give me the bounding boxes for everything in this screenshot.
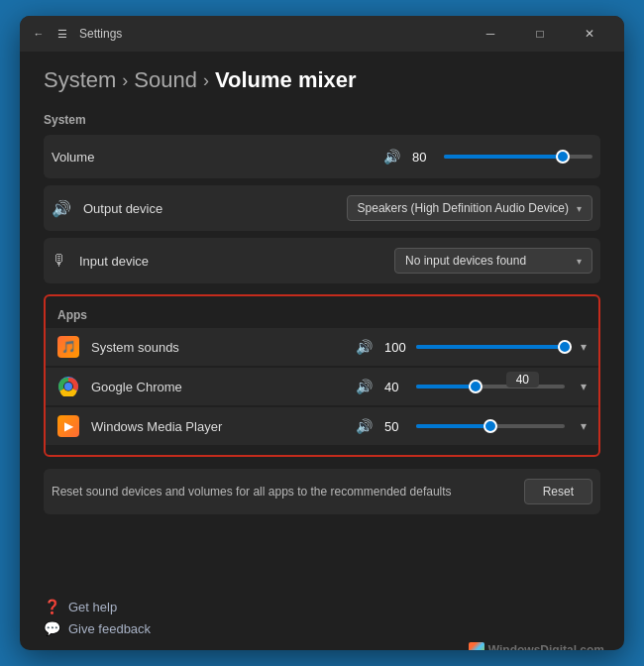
get-help-link[interactable]: ❓ Get help [44, 597, 600, 616]
reset-button[interactable]: Reset [524, 479, 592, 504]
system-sounds-volume-control: 🔊 100 ▾ [356, 339, 587, 355]
volume-control: 🔊 80 [383, 149, 592, 165]
title-bar-left: ← ☰ Settings [32, 27, 468, 41]
feedback-icon: 💬 [44, 620, 60, 636]
input-device-dropdown[interactable]: No input devices found ▾ [394, 248, 592, 274]
wmp-slider-fill [416, 424, 490, 428]
volume-slider[interactable] [444, 155, 592, 159]
chrome-slider-thumb[interactable] [469, 380, 483, 393]
maximize-button[interactable]: □ [517, 18, 563, 50]
window-title: Settings [79, 27, 122, 41]
menu-button[interactable]: ☰ [55, 27, 69, 41]
system-sounds-expand[interactable]: ▾ [581, 340, 587, 354]
apps-section: Apps 🎵 System sounds 🔊 100 ▾ 40 [44, 294, 600, 457]
system-sounds-vol-value: 100 [384, 340, 408, 355]
chrome-expand[interactable]: ▾ [581, 380, 587, 393]
volume-value: 80 [412, 150, 436, 165]
title-bar: ← ☰ Settings ─ □ ✕ [20, 16, 624, 52]
app-row-wmp: ▶ Windows Media Player 🔊 50 ▾ [46, 407, 598, 445]
input-device-icon: 🎙 [52, 252, 67, 270]
system-sounds-icon: 🎵 [57, 336, 79, 358]
wmp-name: Windows Media Player [91, 419, 356, 434]
wmp-vol-icon: 🔊 [356, 418, 373, 434]
system-section-label: System [44, 113, 600, 127]
feedback-label: Give feedback [68, 621, 151, 636]
chrome-volume-control: 🔊 40 ▾ [356, 379, 587, 394]
chrome-slider-fill [416, 385, 476, 388]
wmp-vol-value: 50 [384, 419, 408, 434]
breadcrumb-sep1: › [122, 70, 128, 91]
watermark: WindowsDigital.com [469, 642, 604, 650]
apps-section-label: Apps [46, 304, 598, 328]
output-device-value: Speakers (High Definition Audio Device) [358, 201, 569, 215]
back-button[interactable]: ← [32, 27, 46, 41]
system-sounds-slider-fill [416, 345, 565, 349]
watermark-icon [469, 642, 484, 650]
watermark-text: WindowsDigital.com [488, 643, 604, 650]
breadcrumb-system[interactable]: System [44, 67, 116, 93]
main-content: System › Sound › Volume mixer System Vol… [20, 52, 624, 593]
breadcrumb-sep2: › [203, 70, 209, 91]
volume-icon: 🔊 [383, 149, 400, 165]
input-device-label: Input device [79, 254, 198, 269]
system-sounds-vol-icon: 🔊 [356, 339, 373, 355]
breadcrumb-sound[interactable]: Sound [134, 67, 197, 93]
volume-row: Volume 🔊 80 [44, 135, 600, 178]
chrome-vol-value: 40 [384, 380, 408, 394]
settings-window: ← ☰ Settings ─ □ ✕ System › Sound › Volu… [20, 16, 624, 650]
volume-label: Volume [52, 150, 170, 165]
output-device-row: 🔊 Output device Speakers (High Definitio… [44, 185, 600, 231]
chrome-slider[interactable] [416, 385, 565, 388]
close-button[interactable]: ✕ [567, 18, 612, 50]
breadcrumb-active: Volume mixer [215, 67, 357, 93]
system-sounds-icon-char: 🎵 [61, 340, 76, 354]
get-help-label: Get help [68, 600, 117, 614]
input-device-value: No input devices found [405, 254, 526, 268]
chrome-icon [57, 376, 79, 397]
system-sounds-slider-thumb[interactable] [558, 340, 572, 354]
output-device-label: Output device [83, 201, 202, 216]
minimize-button[interactable]: ─ [468, 18, 513, 50]
wmp-icon: ▶ [57, 415, 79, 437]
volume-slider-fill [444, 155, 563, 159]
wmp-slider-thumb[interactable] [483, 419, 497, 433]
wmp-slider[interactable] [416, 424, 565, 428]
get-help-icon: ❓ [44, 599, 60, 614]
chrome-name: Google Chrome [91, 380, 356, 394]
wmp-icon-char: ▶ [64, 419, 73, 433]
system-sounds-slider[interactable] [416, 345, 565, 349]
chrome-vol-icon: 🔊 [356, 379, 373, 394]
output-dropdown-chevron: ▾ [577, 203, 582, 214]
system-sounds-name: System sounds [91, 340, 356, 355]
wmp-expand[interactable]: ▾ [581, 419, 587, 433]
input-dropdown-chevron: ▾ [577, 256, 582, 267]
output-device-icon: 🔊 [52, 199, 71, 218]
system-sounds-tooltip: 40 [506, 372, 539, 388]
wmp-volume-control: 🔊 50 ▾ [356, 418, 587, 434]
breadcrumb: System › Sound › Volume mixer [44, 67, 600, 93]
svg-point-1 [64, 383, 72, 390]
app-row-system-sounds: 🎵 System sounds 🔊 100 ▾ 40 [46, 328, 598, 366]
volume-slider-thumb[interactable] [556, 150, 570, 164]
output-device-dropdown[interactable]: Speakers (High Definition Audio Device) … [347, 195, 592, 221]
give-feedback-link[interactable]: 💬 Give feedback [44, 618, 600, 638]
reset-row: Reset sound devices and volumes for all … [44, 469, 600, 514]
reset-text: Reset sound devices and volumes for all … [52, 485, 524, 499]
window-controls: ─ □ ✕ [468, 18, 612, 50]
input-device-row: 🎙 Input device No input devices found ▾ [44, 238, 600, 283]
